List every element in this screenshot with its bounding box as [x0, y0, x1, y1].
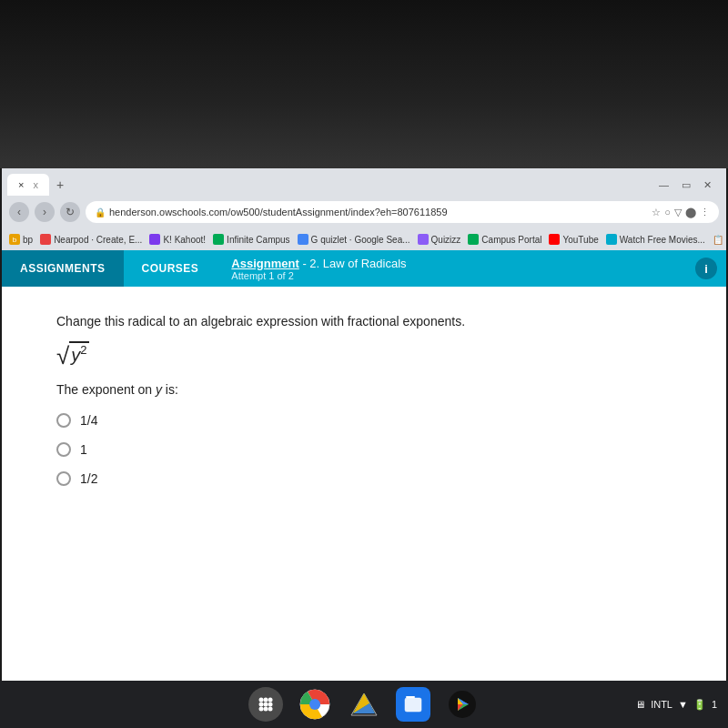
url-text: henderson.owschools.com/ow500/studentAss… [109, 207, 448, 217]
files-taskbar-icon[interactable] [396, 687, 430, 722]
svg-rect-16 [406, 696, 415, 698]
bookmark-quizizz[interactable]: Quizizz [418, 234, 461, 245]
math-exponent: 2 [80, 343, 86, 357]
bookmark-reading-list[interactable]: 📋 Reading list [713, 235, 726, 245]
svg-point-11 [309, 699, 320, 710]
kahoot-icon [149, 234, 160, 245]
extensions-icon[interactable]: ▽ [674, 207, 682, 218]
tab-label: × [18, 179, 24, 190]
bookmark-quizlet-label: G quizlet · Google Sea... [311, 235, 410, 245]
svg-point-6 [259, 707, 264, 712]
answer-option-1[interactable]: 1/4 [56, 413, 672, 428]
tab-bar: × x + — ▭ ✕ [2, 168, 726, 196]
bookmark-bp-label: bp [23, 235, 33, 245]
bookmark-quizlet[interactable]: G quizlet · Google Sea... [298, 234, 410, 245]
drive-icon [349, 690, 379, 719]
svg-point-2 [268, 698, 273, 703]
battery-icon: 🔋 [693, 699, 706, 711]
svg-rect-17 [405, 698, 421, 712]
ow-navbar: ASSIGNMENTS COURSES Assignment - 2. Law … [2, 250, 726, 287]
attempt-text: Attempt 1 of 2 [231, 270, 681, 281]
assignment-title: Assignment - 2. Law of Radicals [231, 257, 681, 270]
bookmark-nearpod[interactable]: Nearpod · Create, E... [40, 234, 142, 245]
assignment-name: - 2. Law of Radicals [299, 257, 407, 270]
campus-portal-icon [468, 234, 479, 245]
free-movies-icon [606, 234, 617, 245]
svg-point-0 [259, 698, 264, 703]
nav-left: ASSIGNMENTS COURSES [2, 250, 217, 287]
radio-button-2[interactable] [56, 442, 71, 457]
bookmark-infinite-campus[interactable]: Infinite Campus [213, 234, 289, 245]
courses-nav-link[interactable]: COURSES [124, 250, 217, 287]
youtube-icon [549, 234, 560, 245]
laptop-bezel [0, 0, 728, 168]
radio-button-3[interactable] [56, 471, 71, 486]
bookmark-youtube[interactable]: YouTube [549, 234, 598, 245]
option-label-2: 1 [80, 442, 87, 457]
nearpod-icon [40, 234, 51, 245]
maximize-button[interactable]: ▭ [676, 177, 696, 193]
math-base: y [71, 345, 80, 365]
bookmark-campus-portal[interactable]: Campus Portal [468, 234, 541, 245]
assignment-prefix: Assignment [231, 257, 298, 270]
svg-point-4 [264, 703, 268, 707]
radical-symbol: √ [56, 344, 69, 368]
battery-value: 1 [712, 699, 717, 710]
google-drive-taskbar-icon[interactable] [347, 687, 381, 722]
browser-chrome: × x + — ▭ ✕ ‹ › ↻ 🔒 henderson.owschools.… [2, 168, 726, 250]
taskbar-status: 🖥 INTL ▼ 🔋 1 [635, 699, 717, 711]
chrome-taskbar-icon[interactable] [298, 687, 332, 722]
answer-option-2[interactable]: 1 [56, 442, 672, 457]
bookmark-kahoot-label: K! Kahoot! [163, 235, 206, 245]
play-store-taskbar-icon[interactable] [445, 687, 480, 722]
address-bar-row: ‹ › ↻ 🔒 henderson.owschools.com/ow500/st… [2, 196, 726, 228]
address-bar[interactable]: 🔒 henderson.owschools.com/ow500/studentA… [86, 201, 719, 223]
window-controls: — ▭ ✕ [653, 177, 721, 193]
close-button[interactable]: ✕ [698, 177, 717, 193]
option-label-3: 1/2 [80, 471, 97, 486]
assignments-nav-link[interactable]: ASSIGNMENTS [2, 250, 124, 287]
sub-question-var: y [156, 382, 162, 397]
files-icon [403, 694, 423, 714]
infinite-campus-icon [213, 234, 224, 245]
info-button[interactable]: i [695, 258, 717, 279]
forward-button[interactable]: › [35, 202, 55, 222]
back-button[interactable]: ‹ [9, 202, 29, 222]
settings-dots-icon[interactable]: ⋮ [700, 207, 710, 218]
new-tab-button[interactable]: + [53, 177, 67, 192]
quizlet-icon [298, 234, 308, 245]
answer-option-3[interactable]: 1/2 [56, 471, 672, 486]
math-expression: √y2 [56, 343, 672, 368]
minimize-button[interactable]: — [653, 177, 674, 192]
chrome-icon [299, 689, 330, 720]
tab-close[interactable]: x [33, 179, 38, 190]
reader-icon[interactable]: ○ [664, 207, 671, 217]
launcher-icon[interactable] [248, 687, 283, 722]
screen-icon: 🖥 [635, 699, 645, 710]
bookmark-youtube-label: YouTube [562, 235, 598, 245]
active-tab[interactable]: × x [7, 174, 49, 196]
bp-icon: b [9, 234, 20, 245]
profile-icon[interactable]: ⬤ [685, 207, 696, 218]
svg-point-7 [264, 707, 268, 712]
lock-icon: 🔒 [95, 207, 106, 217]
assignment-title-area: Assignment - 2. Law of Radicals Attempt … [217, 257, 695, 281]
svg-point-8 [268, 707, 273, 712]
bookmark-nearpod-label: Nearpod · Create, E... [54, 235, 142, 245]
bookmark-bp[interactable]: b bp [9, 234, 33, 245]
reading-list-icon: 📋 [713, 235, 723, 245]
intl-label: INTL [651, 699, 672, 710]
grid-icon [257, 695, 275, 713]
bookmark-free-movies-label: Watch Free Movies... [620, 235, 705, 245]
quizizz-icon [418, 234, 429, 245]
wifi-icon: ▼ [678, 699, 688, 710]
screen-area: × x + — ▭ ✕ ‹ › ↻ 🔒 henderson.owschools.… [2, 168, 726, 681]
reload-button[interactable]: ↻ [60, 202, 80, 222]
bookmarks-bar: b bp Nearpod · Create, E... K! Kahoot! I… [2, 228, 726, 250]
bookmark-kahoot[interactable]: K! Kahoot! [149, 234, 206, 245]
radio-button-1[interactable] [56, 413, 71, 428]
svg-point-1 [264, 698, 268, 703]
bookmark-free-movies[interactable]: Watch Free Movies... [606, 234, 705, 245]
bookmark-infinite-campus-label: Infinite Campus [227, 235, 289, 245]
bookmark-star-icon[interactable]: ☆ [652, 207, 661, 218]
